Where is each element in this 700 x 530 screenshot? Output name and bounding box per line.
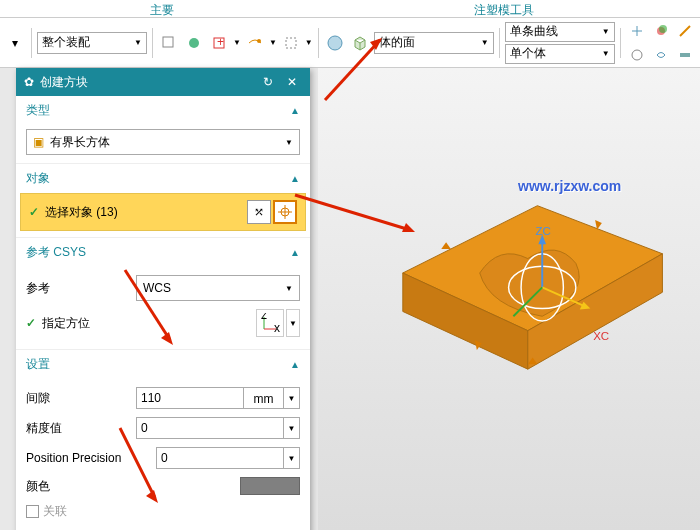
section-object-header[interactable]: 对象 ▲: [16, 164, 310, 193]
tool-icon-1[interactable]: [158, 32, 180, 54]
section-object-label: 对象: [26, 170, 50, 187]
svg-text:z: z: [261, 313, 267, 322]
check-icon: ✓: [29, 205, 39, 219]
tool-icon-r6[interactable]: [674, 44, 696, 66]
check-icon: ✓: [26, 316, 36, 330]
dialog-title-text: 创建方块: [40, 74, 88, 91]
svg-text:+: +: [217, 35, 224, 49]
type-combo-value: 有界长方体: [50, 134, 110, 151]
body-combo-label: 单个体: [510, 45, 546, 62]
svg-rect-11: [680, 53, 690, 57]
separator: [620, 28, 621, 58]
tool-icon-r5[interactable]: [650, 44, 672, 66]
ref-combo[interactable]: WCS ▼: [136, 275, 300, 301]
gap-label: 间隙: [26, 390, 136, 407]
svg-text:ZC: ZC: [536, 225, 551, 237]
pos-input[interactable]: [156, 447, 284, 469]
svg-text:XC: XC: [593, 330, 609, 342]
tool-icon-r3[interactable]: [674, 20, 696, 42]
section-type-header[interactable]: 类型 ▲: [16, 96, 310, 125]
dropdown-icon[interactable]: ▼: [269, 38, 277, 47]
menubar: 主要 注塑模工具: [0, 0, 700, 18]
pos-label: Position Precision: [26, 451, 156, 465]
reset-icon[interactable]: ↻: [258, 72, 278, 92]
chevron-up-icon: ▲: [290, 173, 300, 184]
watermark-text: www.rjzxw.com: [518, 178, 621, 194]
select-add-button[interactable]: ⤱: [247, 200, 271, 224]
toolbar: ▾ 整个装配 ▼ + ▼ ▼ ▼ 体的面 ▼ 单条曲线 ▼ 单个体 ▼: [0, 18, 700, 68]
tool-icon-5[interactable]: [280, 32, 302, 54]
svg-point-6: [328, 36, 342, 50]
svg-point-4: [257, 39, 261, 43]
chevron-up-icon: ▲: [290, 359, 300, 370]
assoc-label: 关联: [43, 503, 67, 520]
ref-label: 参考: [26, 280, 136, 297]
color-label: 颜色: [26, 478, 136, 495]
menu-main[interactable]: 主要: [0, 0, 254, 17]
tool-icon-2[interactable]: [183, 32, 205, 54]
gap-dropdown-icon[interactable]: ▼: [284, 387, 300, 409]
svg-line-9: [680, 26, 690, 36]
select-object-row[interactable]: ✓ 选择对象 (13) ⤱: [20, 193, 306, 231]
ref-combo-value: WCS: [143, 281, 171, 295]
tool-icon-r4[interactable]: [626, 44, 648, 66]
body-combo[interactable]: 单个体 ▼: [505, 44, 615, 64]
chevron-down-icon: ▼: [602, 27, 610, 36]
svg-point-10: [632, 50, 642, 60]
box-icon: ▣: [33, 135, 44, 149]
menu-moldtool[interactable]: 注塑模工具: [254, 0, 614, 17]
viewport-3d[interactable]: ZC XC www.rjzxw.com: [318, 68, 700, 530]
chevron-down-icon: ▼: [134, 38, 142, 47]
prec-input[interactable]: [136, 417, 284, 439]
color-swatch[interactable]: [240, 477, 300, 495]
assembly-combo[interactable]: 整个装配 ▼: [37, 32, 147, 54]
pos-dropdown-icon[interactable]: ▼: [284, 447, 300, 469]
section-type-label: 类型: [26, 102, 50, 119]
csys-axes-icon[interactable]: zx: [256, 309, 284, 337]
dialog-icon: ✿: [24, 75, 34, 89]
tool-icon-3[interactable]: +: [208, 32, 230, 54]
object-combo[interactable]: 体的面 ▼: [374, 32, 494, 54]
section-csys-header[interactable]: 参考 CSYS ▲: [16, 238, 310, 267]
svg-rect-5: [286, 38, 296, 48]
object-combo-label: 体的面: [379, 34, 415, 51]
dropdown-icon[interactable]: ▼: [233, 38, 241, 47]
svg-point-8: [659, 25, 667, 33]
section-settings-label: 设置: [26, 356, 50, 373]
curve-combo-label: 单条曲线: [510, 23, 558, 40]
chevron-down-icon: ▼: [602, 49, 610, 58]
svg-text:x: x: [274, 321, 280, 333]
sphere-icon[interactable]: [324, 32, 346, 54]
orient-label: 指定方位: [42, 315, 142, 332]
section-csys-label: 参考 CSYS: [26, 244, 86, 261]
dropdown-icon[interactable]: ▼: [305, 38, 313, 47]
chevron-down-icon: ▼: [285, 284, 293, 293]
select-object-text: 选择对象 (13): [45, 204, 118, 221]
dialog-titlebar[interactable]: ✿ 创建方块 ↻ ✕: [16, 68, 310, 96]
type-combo[interactable]: ▣ 有界长方体 ▼: [26, 129, 300, 155]
gap-unit: mm: [244, 387, 284, 409]
tool-icon-r1[interactable]: [626, 20, 648, 42]
separator: [499, 28, 500, 58]
close-icon[interactable]: ✕: [282, 72, 302, 92]
curve-combo[interactable]: 单条曲线 ▼: [505, 22, 615, 42]
prec-dropdown-icon[interactable]: ▼: [284, 417, 300, 439]
tool-icon-4[interactable]: [244, 32, 266, 54]
svg-marker-29: [441, 242, 451, 249]
chevron-down-icon: ▼: [285, 138, 293, 147]
csys-dropdown-icon[interactable]: ▼: [286, 309, 300, 337]
separator: [152, 28, 153, 58]
chevron-up-icon: ▲: [290, 105, 300, 116]
assoc-checkbox[interactable]: [26, 505, 39, 518]
gap-input[interactable]: [136, 387, 244, 409]
cube-icon[interactable]: [349, 32, 371, 54]
chevron-down-icon: ▼: [481, 38, 489, 47]
toolbar-dropdown-icon[interactable]: ▾: [4, 32, 26, 54]
svg-text:⤱: ⤱: [254, 205, 264, 219]
svg-rect-0: [163, 37, 173, 47]
assembly-combo-label: 整个装配: [42, 34, 90, 51]
toolbar-icons-right: [626, 20, 696, 66]
section-settings-header[interactable]: 设置 ▲: [16, 350, 310, 379]
tool-icon-r2[interactable]: [650, 20, 672, 42]
select-target-button[interactable]: [273, 200, 297, 224]
